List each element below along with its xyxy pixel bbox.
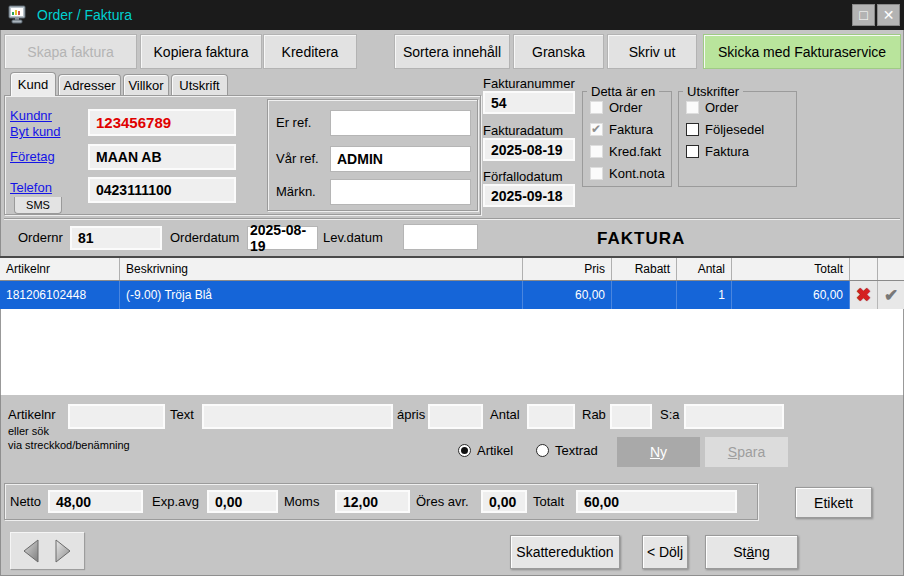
- granska-button[interactable]: Granska: [513, 34, 604, 69]
- levdatum-field[interactable]: [403, 224, 478, 250]
- skattereduktion-button[interactable]: Skattereduktion: [510, 535, 620, 569]
- row-beskrivning: (-9.00) Tröja Blå: [120, 281, 523, 309]
- radio-textrad[interactable]: [536, 444, 549, 457]
- col-totalt[interactable]: Totalt: [732, 258, 850, 280]
- kundnr-value: 123456789: [96, 114, 171, 131]
- entry-sa-field: [684, 404, 784, 429]
- sortera-innehall-button[interactable]: Sortera innehåll: [394, 34, 510, 69]
- markn-field[interactable]: [330, 179, 471, 205]
- fakturadatum-field[interactable]: 2025-08-19: [483, 138, 575, 161]
- maximize-button[interactable]: □: [852, 4, 875, 26]
- dolj-button[interactable]: < Dölj: [642, 535, 688, 569]
- byt-kund-link[interactable]: Byt kund: [10, 124, 61, 139]
- entry-artikelnr-field[interactable]: [68, 404, 165, 429]
- ordernr-field: 81: [70, 226, 162, 250]
- oresavr-value: 0,00: [489, 494, 516, 510]
- foretag-link[interactable]: Företag: [10, 149, 55, 164]
- record-nav-panel: [10, 532, 84, 569]
- forfallodatum-value: 2025-09-18: [491, 188, 563, 204]
- totalt-field: 60,00: [576, 490, 737, 513]
- spara-button-rest: para: [737, 444, 765, 460]
- expavg-field: 0,00: [207, 490, 278, 513]
- radio-artikel-label: Artikel: [477, 443, 513, 458]
- tab-kund[interactable]: Kund: [10, 72, 56, 96]
- entry-rab-field[interactable]: [610, 404, 652, 429]
- forfallodatum-label: Förfallodatum: [483, 169, 562, 184]
- tab-adresser[interactable]: Adresser: [58, 74, 121, 96]
- checkbox-detta-kredfakt[interactable]: [590, 145, 603, 158]
- entry-apris-label: ápris: [397, 407, 425, 422]
- delete-row-icon[interactable]: ✖: [856, 284, 871, 306]
- var-ref-value: ADMIN: [337, 151, 383, 167]
- col-rabatt[interactable]: Rabatt: [612, 258, 677, 280]
- ordernr-value: 81: [78, 230, 94, 246]
- spara-button[interactable]: Spara: [705, 437, 788, 467]
- kopiera-faktura-button[interactable]: Kopiera faktura: [140, 34, 262, 69]
- tab-utskrift[interactable]: Utskrift: [171, 74, 228, 96]
- sms-button[interactable]: SMS: [14, 197, 62, 214]
- tab-villkor[interactable]: Villkor: [123, 74, 169, 96]
- var-ref-label: Vår ref.: [276, 151, 319, 166]
- previous-record-icon[interactable]: [21, 538, 41, 564]
- checkbox-detta-order[interactable]: [590, 101, 603, 114]
- netto-label: Netto: [10, 494, 41, 509]
- stang-button-mnemonic: ä: [746, 544, 754, 560]
- checkbox-utskrift-order[interactable]: [686, 101, 699, 114]
- doc-type-label: FAKTURA: [597, 229, 685, 249]
- radio-artikel[interactable]: [458, 444, 471, 457]
- checkbox-utskrift-faktura[interactable]: [686, 145, 699, 158]
- netto-field: 48,00: [48, 490, 143, 513]
- skapa-faktura-button[interactable]: Skapa faktura: [4, 34, 137, 69]
- col-artikelnr[interactable]: Artikelnr: [0, 258, 120, 280]
- row-delete-cell[interactable]: ✖: [850, 281, 878, 309]
- ny-button-mnemonic: N: [650, 444, 660, 460]
- col-antal[interactable]: Antal: [677, 258, 732, 280]
- telefon-link[interactable]: Telefon: [10, 180, 52, 195]
- entry-rab-label: Rab: [582, 407, 606, 422]
- ordernr-label: Ordernr: [18, 230, 63, 245]
- stang-button[interactable]: Stäng: [705, 535, 798, 569]
- close-button[interactable]: ✕: [877, 4, 900, 26]
- totalt-value: 60,00: [584, 494, 619, 510]
- telefon-field[interactable]: 0423111100: [88, 177, 236, 203]
- markn-label: Märkn.: [276, 184, 316, 199]
- stang-button-rest: ng: [754, 544, 770, 560]
- expavg-value: 0,00: [215, 494, 242, 510]
- table-header: Artikelnr Beskrivning Pris Rabatt Antal …: [0, 256, 904, 281]
- entry-antal-field[interactable]: [527, 404, 575, 429]
- col-confirm: [878, 258, 904, 280]
- var-ref-field[interactable]: ADMIN: [330, 146, 471, 172]
- checkbox-detta-kontnota-label: Kont.nota: [609, 166, 665, 181]
- kundnr-link[interactable]: Kundnr: [10, 108, 52, 123]
- checkbox-detta-faktura[interactable]: [590, 123, 603, 136]
- detta-ar-en-title: Detta är en: [587, 84, 659, 99]
- oresavr-field: 0,00: [481, 490, 527, 513]
- next-record-icon[interactable]: [53, 538, 73, 564]
- checkbox-foljesedel[interactable]: [686, 123, 699, 136]
- confirm-row-icon[interactable]: ✔: [884, 285, 898, 306]
- row-confirm-cell[interactable]: ✔: [878, 281, 904, 309]
- kreditera-button[interactable]: Kreditera: [263, 34, 357, 69]
- skriv-ut-button[interactable]: Skriv ut: [607, 34, 697, 69]
- checkbox-detta-faktura-label: Faktura: [609, 122, 653, 137]
- entry-text-label: Text: [170, 407, 194, 422]
- col-pris[interactable]: Pris: [523, 258, 612, 280]
- order-row-divider: [4, 218, 900, 220]
- er-ref-field[interactable]: [330, 110, 471, 136]
- kundnr-field[interactable]: 123456789: [88, 109, 236, 136]
- entry-apris-field[interactable]: [428, 404, 483, 429]
- skicka-med-fakturaservice-button[interactable]: Skicka med Fakturaservice: [703, 34, 901, 69]
- forfallodatum-field[interactable]: 2025-09-18: [483, 184, 575, 207]
- ny-button-rest: y: [660, 444, 667, 460]
- etikett-button[interactable]: Etikett: [795, 487, 872, 518]
- col-beskrivning[interactable]: Beskrivning: [120, 258, 523, 280]
- table-row[interactable]: 181206102448 (-9.00) Tröja Blå 60,00 1 6…: [0, 281, 904, 309]
- checkbox-detta-kontnota[interactable]: [590, 167, 603, 180]
- foretag-field[interactable]: MAAN AB: [88, 144, 236, 170]
- eller-sok-label: eller sök: [8, 425, 49, 437]
- row-pris: 60,00: [523, 281, 612, 309]
- ny-button[interactable]: Ny: [617, 437, 700, 467]
- via-streckkod-label: via streckkod/benämning: [8, 439, 130, 451]
- entry-text-field[interactable]: [202, 404, 393, 429]
- orderdatum-field[interactable]: 2025-08-19: [247, 226, 318, 250]
